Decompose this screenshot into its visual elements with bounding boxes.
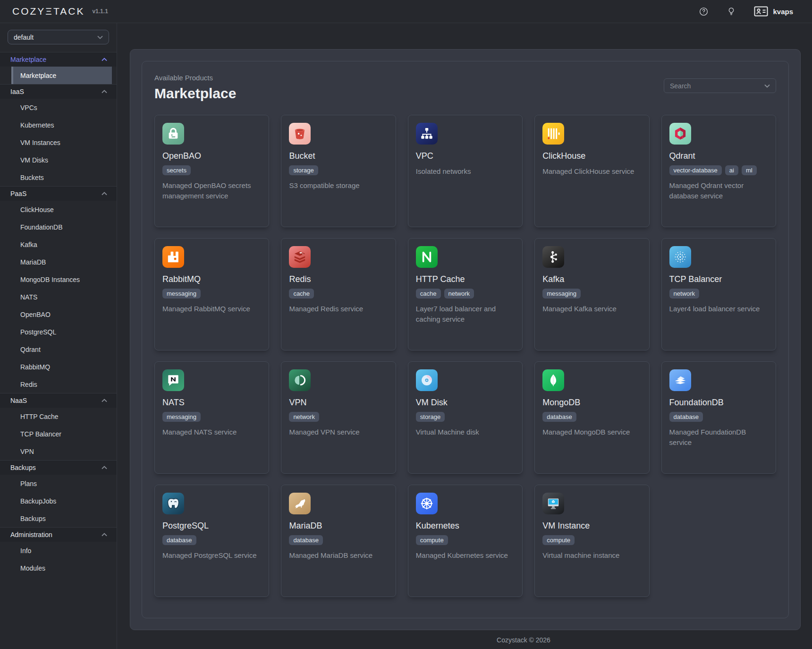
user-menu[interactable]: kvaps	[754, 6, 793, 17]
sidebar-item-label: FoundationDB	[20, 223, 63, 231]
sidebar-item-kafka[interactable]: Kafka	[11, 236, 112, 253]
sidebar-item-nats[interactable]: NATS	[11, 288, 112, 306]
sidebar-section-paas[interactable]: PaaS	[0, 186, 117, 201]
tag-list: cache	[289, 289, 388, 299]
product-card-mongodb[interactable]: MongoDBdatabaseManaged MongoDB service	[534, 361, 649, 474]
section-label: IaaS	[10, 88, 24, 95]
redis-stack-icon	[289, 246, 311, 268]
product-card-openbao[interactable]: OpenBAOsecretsManaged OpenBAO secrets ma…	[154, 115, 269, 227]
product-card-vm-instance[interactable]: VM InstancecomputeVirtual machine instan…	[534, 485, 649, 597]
section-label: Backups	[10, 464, 36, 471]
product-card-kafka[interactable]: KafkamessagingManaged Kafka service	[534, 238, 649, 350]
sidebar-item-foundationdb[interactable]: FoundationDB	[11, 218, 112, 236]
product-card-http-cache[interactable]: HTTP CachecachenetworkLayer7 load balanc…	[408, 238, 523, 350]
namespace-select[interactable]: default	[8, 30, 109, 44]
tag-compute: compute	[542, 535, 575, 545]
topbar-actions: kvaps	[699, 6, 793, 17]
sidebar-section-backups[interactable]: Backups	[0, 460, 117, 475]
help-icon[interactable]	[699, 7, 709, 17]
sidebar-item-label: VPN	[20, 448, 34, 455]
top-bar: COZYΞTACK v1.1.1	[0, 0, 812, 23]
chevron-down-icon	[764, 84, 770, 88]
tag-list: database	[542, 412, 641, 422]
leaf-icon	[542, 369, 564, 391]
sidebar-item-openbao[interactable]: OpenBAO	[11, 306, 112, 323]
product-card-vpn[interactable]: VPNnetworkManaged VPN service	[281, 361, 396, 474]
sidebar-item-redis[interactable]: Redis	[11, 376, 112, 393]
sidebar-item-vm-disks[interactable]: VM Disks	[11, 151, 112, 169]
section-label: Marketplace	[10, 56, 46, 63]
sidebar-item-backups[interactable]: Backups	[11, 510, 112, 527]
sidebar-item-modules[interactable]: Modules	[11, 559, 112, 577]
sidebar-item-postgresql[interactable]: PostgreSQL	[11, 323, 112, 341]
tag-list: database	[669, 412, 768, 422]
sidebar-item-mongodb-instances[interactable]: MongoDB Instances	[11, 271, 112, 288]
lock-icon	[162, 123, 184, 145]
tag-database: database	[542, 412, 576, 422]
product-card-vm-disk[interactable]: VM DiskstorageVirtual Machine disk	[408, 361, 523, 474]
sidebar-item-vm-instances[interactable]: VM Instances	[11, 134, 112, 151]
sidebar-item-backupjobs[interactable]: BackupJobs	[11, 492, 112, 510]
product-description: Managed MongoDB service	[542, 427, 641, 437]
tag-ml: ml	[742, 165, 757, 175]
sidebar-item-rabbitmq[interactable]: RabbitMQ	[11, 358, 112, 376]
sidebar-item-info[interactable]: Info	[11, 542, 112, 559]
sidebar-section-marketplace[interactable]: Marketplace	[0, 52, 117, 67]
search-placeholder: Search	[670, 82, 691, 90]
tag-compute: compute	[416, 535, 448, 545]
sidebar-item-tcp-balancer[interactable]: TCP Balancer	[11, 425, 112, 443]
product-card-postgresql[interactable]: PostgreSQLdatabaseManaged PostgreSQL ser…	[154, 485, 269, 597]
sidebar-item-buckets[interactable]: Buckets	[11, 169, 112, 186]
tag-list: storage	[416, 412, 515, 422]
product-card-redis[interactable]: RediscacheManaged Redis service	[281, 238, 396, 350]
sidebar-item-http-cache[interactable]: HTTP Cache	[11, 408, 112, 425]
section-label: NaaS	[10, 397, 27, 404]
sidebar-section-administration[interactable]: Administration	[0, 527, 117, 542]
product-card-nats[interactable]: NATSmessagingManaged NATS service	[154, 361, 269, 474]
tag-network: network	[289, 412, 319, 422]
lightbulb-icon[interactable]	[727, 7, 736, 16]
product-name: OpenBAO	[162, 151, 261, 161]
product-card-vpc[interactable]: VPCIsolated networks	[408, 115, 523, 227]
product-name: FoundationDB	[669, 398, 768, 408]
product-name: NATS	[162, 398, 261, 408]
product-card-bucket[interactable]: BucketstorageS3 compatible storage	[281, 115, 396, 227]
sidebar-item-kubernetes[interactable]: Kubernetes	[11, 116, 112, 134]
sidebar-item-label: Kubernetes	[20, 121, 54, 129]
helm-wheel-icon	[416, 493, 438, 514]
product-card-tcp-balancer[interactable]: TCP BalancernetworkLayer4 load balancer …	[661, 238, 776, 350]
product-name: PostgreSQL	[162, 521, 261, 531]
product-card-clickhouse[interactable]: ClickHouseManaged ClickHouse service	[534, 115, 649, 227]
sidebar-section-iaas[interactable]: IaaS	[0, 84, 117, 99]
tag-database: database	[162, 535, 196, 545]
product-card-mariadb[interactable]: MariaDBdatabaseManaged MariaDB service	[281, 485, 396, 597]
product-card-kubernetes[interactable]: KubernetescomputeManaged Kubernetes serv…	[408, 485, 523, 597]
sidebar-item-plans[interactable]: Plans	[11, 475, 112, 492]
sidebar-item-qdrant[interactable]: Qdrant	[11, 341, 112, 358]
sidebar-section-naas[interactable]: NaaS	[0, 393, 117, 408]
footer-copyright: Cozystack © 2026	[176, 636, 812, 644]
chevron-down-icon	[97, 35, 103, 39]
sidebar-item-marketplace[interactable]: Marketplace	[11, 67, 112, 84]
product-card-foundationdb[interactable]: FoundationDBdatabaseManaged FoundationDB…	[661, 361, 776, 474]
search-input[interactable]: Search	[664, 78, 776, 93]
sidebar-item-vpcs[interactable]: VPCs	[11, 99, 112, 116]
namespace-select-value: default	[14, 34, 34, 41]
product-card-rabbitmq[interactable]: RabbitMQmessagingManaged RabbitMQ servic…	[154, 238, 269, 350]
sidebar-item-vpn[interactable]: VPN	[11, 443, 112, 460]
product-description: Managed Redis service	[289, 304, 388, 314]
tag-list: messaging	[162, 412, 261, 422]
vm-monitor-icon	[542, 493, 564, 514]
sidebar-item-label: VPCs	[20, 104, 37, 111]
tag-storage: storage	[416, 412, 445, 422]
sidebar-item-label: Marketplace	[20, 72, 56, 79]
sidebar-item-clickhouse[interactable]: ClickHouse	[11, 201, 112, 218]
product-grid: OpenBAOsecretsManaged OpenBAO secrets ma…	[154, 115, 776, 597]
product-name: Bucket	[289, 151, 388, 161]
app-logo[interactable]: COZYΞTACK	[12, 6, 85, 17]
product-card-qdrant[interactable]: Qdrantvector-databaseaimlManaged Qdrant …	[661, 115, 776, 227]
sidebar-item-mariadb[interactable]: MariaDB	[11, 253, 112, 271]
product-description: Managed RabbitMQ service	[162, 304, 261, 314]
product-description: Virtual machine instance	[542, 550, 641, 561]
tag-list: network	[669, 289, 768, 299]
